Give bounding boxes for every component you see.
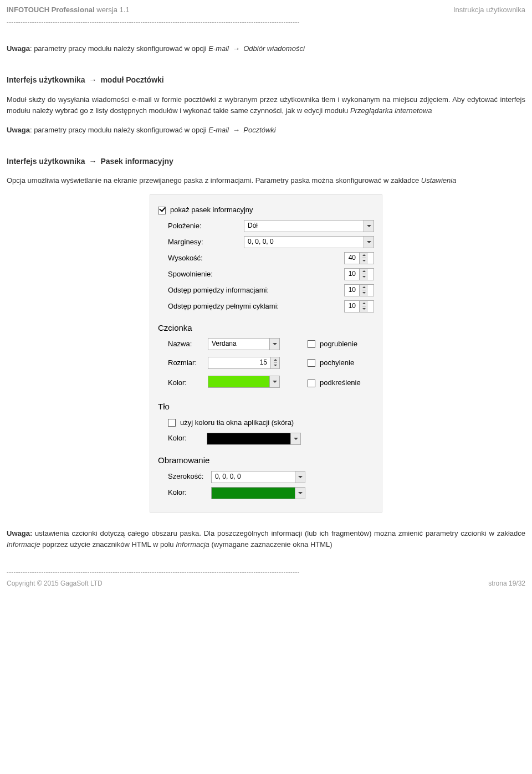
chevron-down-icon bbox=[295, 471, 305, 483]
border-color-label: Kolor: bbox=[168, 487, 207, 499]
infobar-description: Opcja umożliwia wyświetlanie na ekranie … bbox=[7, 175, 525, 187]
bold-checkbox[interactable]: pogrubienie bbox=[308, 339, 374, 350]
chevron-down-icon bbox=[364, 221, 374, 232]
chevron-down-icon bbox=[364, 237, 374, 248]
font-name-label: Nazwa: bbox=[168, 339, 202, 350]
italic-checkbox[interactable]: pochylenie bbox=[308, 357, 374, 369]
font-section-title: Czcionka bbox=[158, 321, 374, 335]
chevron-down-icon bbox=[362, 274, 366, 280]
border-width-field[interactable]: 0, 0, 0, 0 bbox=[211, 471, 305, 483]
chevron-down-icon bbox=[295, 488, 305, 499]
border-width-label: Szerokość: bbox=[168, 471, 207, 483]
checkbox-icon bbox=[308, 340, 315, 348]
show-infobar-checkbox[interactable]: pokaż pasek informacyjny bbox=[158, 204, 253, 216]
height-label: Wysokość: bbox=[168, 253, 203, 264]
font-color-picker[interactable] bbox=[208, 376, 280, 388]
product-name: INFOTOUCH Professional bbox=[7, 6, 95, 14]
heading-infobar: Interfejs użytkownika → Pasek informacyj… bbox=[7, 155, 525, 167]
height-spinner[interactable]: 40 bbox=[344, 252, 374, 264]
color-swatch bbox=[212, 488, 295, 499]
header-right: Instrukcja użytkownika bbox=[453, 4, 525, 16]
chevron-down-icon bbox=[362, 290, 366, 296]
underline-checkbox[interactable]: podkreślenie bbox=[308, 377, 374, 389]
product-version: wersja 1.1 bbox=[96, 6, 129, 14]
margins-label: Marginesy: bbox=[168, 237, 203, 248]
bg-section-title: Tło bbox=[158, 400, 374, 413]
checkbox-icon bbox=[168, 419, 176, 427]
gap-info-label: Odstęp pomiędzy informacjami: bbox=[168, 285, 269, 296]
chevron-down-icon bbox=[269, 339, 279, 350]
chevron-down-icon bbox=[274, 363, 277, 368]
page-header: INFOTOUCH Professional wersja 1.1 Instru… bbox=[7, 4, 525, 16]
divider-top: ----------------------------------------… bbox=[7, 17, 525, 27]
position-dropdown[interactable]: Dół bbox=[244, 220, 374, 232]
chevron-down-icon bbox=[362, 306, 366, 312]
margins-field[interactable]: 0, 0, 0, 0 bbox=[244, 236, 374, 248]
chevron-up-icon bbox=[362, 269, 366, 274]
checkmark-icon bbox=[158, 207, 166, 214]
header-left: INFOTOUCH Professional wersja 1.1 bbox=[7, 4, 130, 16]
font-name-dropdown[interactable]: Verdana bbox=[208, 338, 280, 350]
chevron-down-icon bbox=[269, 376, 279, 387]
postcards-description: Moduł służy do wysyłania wiadomości e-ma… bbox=[7, 94, 525, 117]
chevron-down-icon bbox=[362, 258, 366, 264]
font-size-label: Rozmiar: bbox=[168, 357, 202, 369]
heading-postcards: Interfejs użytkownika → moduł Pocztówki bbox=[7, 74, 525, 86]
show-infobar-label: pokaż pasek informacyjny bbox=[170, 204, 253, 216]
note-1: Uwaga: parametry pracy modułu należy sko… bbox=[7, 43, 525, 55]
slowdown-label: Spowolnienie: bbox=[168, 269, 213, 280]
chevron-up-icon bbox=[362, 301, 366, 306]
note-2: Uwaga: parametry pracy modułu należy sko… bbox=[7, 125, 525, 136]
copyright: Copyright © 2015 GagaSoft LTD bbox=[7, 578, 103, 589]
color-swatch bbox=[207, 433, 290, 444]
page-footer: Copyright © 2015 GagaSoft LTD strona 19/… bbox=[7, 578, 525, 589]
slowdown-spinner[interactable]: 10 bbox=[344, 268, 374, 280]
note-3: Uwaga: ustawienia czcionki dotyczą całeg… bbox=[7, 528, 525, 551]
checkbox-icon bbox=[308, 380, 315, 387]
checkbox-icon bbox=[308, 359, 315, 367]
color-swatch bbox=[208, 376, 269, 387]
chevron-up-icon bbox=[362, 253, 366, 258]
position-label: Położenie: bbox=[168, 221, 202, 232]
font-size-spinner[interactable]: 15 bbox=[208, 357, 280, 369]
page-number: strona 19/32 bbox=[488, 578, 525, 589]
chevron-up-icon bbox=[362, 285, 366, 290]
font-color-label: Kolor: bbox=[168, 377, 202, 389]
use-app-bg-checkbox[interactable]: użyj koloru tła okna aplikacji (skóra) bbox=[168, 417, 294, 429]
bg-color-label: Kolor: bbox=[168, 433, 202, 444]
bg-color-picker[interactable] bbox=[207, 433, 301, 445]
chevron-down-icon bbox=[290, 433, 300, 444]
border-section-title: Obramowanie bbox=[158, 454, 374, 467]
border-color-picker[interactable] bbox=[211, 487, 305, 499]
gap-info-spinner[interactable]: 10 bbox=[344, 284, 374, 296]
infobar-settings-panel: pokaż pasek informacyjny Położenie: Dół … bbox=[150, 194, 382, 512]
gap-cycles-spinner[interactable]: 10 bbox=[344, 300, 374, 312]
chevron-up-icon bbox=[274, 357, 277, 363]
divider-bottom: ----------------------------------------… bbox=[7, 567, 525, 577]
gap-cycles-label: Odstęp pomiędzy pełnymi cyklami: bbox=[168, 301, 279, 312]
